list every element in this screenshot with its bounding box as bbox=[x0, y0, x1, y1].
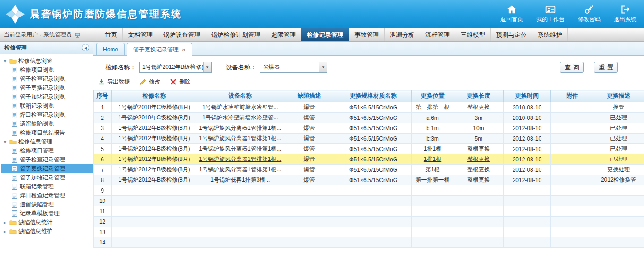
nav-item[interactable]: 事故管理 bbox=[349, 28, 385, 41]
column-header[interactable]: 序号 bbox=[94, 90, 112, 102]
nav-item[interactable]: 首页 bbox=[100, 28, 123, 41]
tree-folder[interactable]: ▸缺陷信息统计 bbox=[1, 218, 93, 227]
table-row-empty[interactable]: 9 bbox=[94, 185, 644, 196]
column-header[interactable]: 更换时间 bbox=[503, 90, 550, 102]
header-action-label: 我的工作台 bbox=[536, 16, 565, 24]
nav-item[interactable]: 锅炉检修计划管理 bbox=[206, 28, 266, 41]
column-header[interactable]: 更换规格材质名称 bbox=[335, 90, 412, 102]
nav-item[interactable]: 泄漏分析 bbox=[385, 28, 420, 41]
tree-item[interactable]: 遗留缺陷浏览 bbox=[1, 119, 93, 128]
tree-item[interactable]: 检修项目总结报告 bbox=[1, 128, 93, 137]
tree-folder[interactable]: ▾检修信息管理 bbox=[1, 137, 93, 146]
column-header[interactable]: 附件 bbox=[551, 90, 593, 102]
tree-item[interactable]: 遗留缺陷管理 bbox=[1, 200, 93, 209]
nav-item[interactable]: 预测与定位 bbox=[491, 28, 532, 41]
table-row-empty[interactable]: 12 bbox=[94, 217, 644, 227]
tree-folder[interactable]: ▾检修信息浏览 bbox=[1, 57, 93, 66]
table-row-empty[interactable]: 14 bbox=[94, 237, 644, 248]
tree-item[interactable]: 管子检查记录浏览 bbox=[1, 75, 93, 84]
column-header[interactable]: 更换长度 bbox=[454, 90, 503, 102]
tree-item[interactable]: 检修项目浏览 bbox=[1, 66, 93, 75]
tree-item[interactable]: 管子检查记录管理 bbox=[1, 155, 93, 164]
collapse-arrow-icon[interactable]: ▾ bbox=[2, 139, 8, 144]
nav-item[interactable]: 检修记录管理 bbox=[301, 28, 349, 41]
expand-arrow-icon[interactable]: ▸ bbox=[2, 229, 8, 234]
nav-item[interactable]: 流程管理 bbox=[420, 28, 455, 41]
tree-item[interactable]: 焊口检查记录管理 bbox=[1, 191, 93, 200]
table-row-empty[interactable]: 11 bbox=[94, 206, 644, 217]
nav-item[interactable]: 文档管理 bbox=[123, 28, 158, 41]
tree-item[interactable]: 管子加堵记录浏览 bbox=[1, 92, 93, 101]
cell-attachment bbox=[551, 123, 593, 134]
nav-item[interactable]: 超限管理 bbox=[266, 28, 301, 41]
table-row[interactable]: 41号锅炉2012年B级检修(8月)1号锅炉旋风分离器1管排第1根...爆管Φ5… bbox=[94, 134, 644, 144]
export-data-button[interactable]: 导出数据 bbox=[98, 78, 130, 86]
expand-arrow-icon[interactable]: ▸ bbox=[2, 220, 8, 225]
query-button[interactable]: 查询 bbox=[560, 62, 584, 73]
cell-empty bbox=[411, 206, 454, 217]
tree-item[interactable]: 联箱记录管理 bbox=[1, 182, 93, 191]
column-header[interactable]: 设备名称 bbox=[197, 90, 283, 102]
tree-item-label: 遗留缺陷管理 bbox=[20, 201, 54, 209]
delete-button[interactable]: 删除 bbox=[170, 78, 190, 86]
column-header[interactable]: 更换位置 bbox=[411, 90, 454, 102]
collapse-arrow-icon[interactable]: ▾ bbox=[2, 59, 8, 64]
table-row[interactable]: 81号锅炉2012年B级检修(8月)1号锅炉低再1排第3根...爆管Φ51×6.… bbox=[94, 175, 644, 185]
header-action-logout[interactable]: 退出系统 bbox=[614, 4, 636, 24]
cell-repair_name: 1号锅炉2012年B级检修(8月) bbox=[112, 175, 197, 185]
cell-device_name: 1号锅炉旋风分离器1管排第1根... bbox=[197, 144, 283, 154]
cell-defect: 爆管 bbox=[283, 102, 335, 113]
cell-seq: 14 bbox=[94, 237, 112, 248]
column-header[interactable]: 检修名称 bbox=[112, 90, 197, 102]
tree-folder-label: 检修信息管理 bbox=[18, 138, 52, 146]
document-icon bbox=[11, 111, 18, 118]
cell-empty bbox=[411, 185, 454, 196]
table-row[interactable]: 51号锅炉2012年B级检修(8月)1号锅炉旋风分离器1管排第1根...爆管Φ5… bbox=[94, 144, 644, 154]
table-row[interactable]: 11号锅炉2010年C级检修(8月)1号锅炉水冷壁前墙水冷壁管...爆管Φ51×… bbox=[94, 102, 644, 113]
cell-desc: 已处理 bbox=[593, 134, 644, 144]
edit-button[interactable]: 修改 bbox=[139, 78, 160, 86]
header-action-workbench[interactable]: 我的工作台 bbox=[536, 4, 565, 24]
column-header[interactable]: 缺陷描述 bbox=[283, 90, 335, 102]
home-icon bbox=[507, 4, 517, 15]
tab-home[interactable]: Home bbox=[96, 43, 125, 55]
column-header[interactable]: 更换描述 bbox=[593, 90, 644, 102]
nav-item[interactable]: 锅炉设备管理 bbox=[158, 28, 206, 41]
table-row[interactable]: 61号锅炉2012年B级检修(8月)1号锅炉旋风分离器1管排第1根...爆管Φ5… bbox=[94, 154, 644, 165]
tree-folder[interactable]: ▸缺陷信息维护 bbox=[1, 227, 93, 236]
tree-item[interactable]: 管子更换记录管理 bbox=[1, 164, 93, 173]
device-name-select[interactable]: 省煤器 ▼ bbox=[260, 62, 327, 73]
header-action-home[interactable]: 返回首页 bbox=[500, 4, 523, 24]
table-row-empty[interactable]: 10 bbox=[94, 196, 644, 206]
nav-item[interactable]: 三维模型 bbox=[455, 28, 491, 41]
cell-empty bbox=[335, 217, 412, 227]
nav-item[interactable]: 系统维护 bbox=[532, 28, 568, 41]
repair-name-select[interactable]: 1号锅炉2012年B级检修(8月) ▼ bbox=[139, 62, 212, 73]
table-row[interactable]: 31号锅炉2012年B级检修(8月)1号锅炉旋风分离器1管排第1根...爆管Φ5… bbox=[94, 123, 644, 134]
reset-button[interactable]: 重置 bbox=[594, 62, 618, 73]
cell-time: 2012-08-10 bbox=[503, 154, 550, 165]
tree-item[interactable]: 联箱记录浏览 bbox=[1, 101, 93, 110]
sidebar-collapse-button[interactable]: ◀ bbox=[82, 44, 89, 51]
tab-pipe-replace-records[interactable]: 管子更换记录管理× bbox=[127, 43, 192, 56]
table-row[interactable]: 71号锅炉2012年B级检修(8月)1号锅炉旋风分离器1管排第1根...爆管Φ5… bbox=[94, 165, 644, 175]
document-icon bbox=[11, 147, 18, 154]
logout-icon bbox=[620, 4, 630, 15]
tree-item[interactable]: 记录单模板管理 bbox=[1, 209, 93, 218]
cell-empty bbox=[454, 237, 503, 248]
tree-item[interactable]: 管子加堵记录管理 bbox=[1, 173, 93, 182]
tree-item[interactable]: 焊口检查记录浏览 bbox=[1, 110, 93, 119]
cell-seq: 4 bbox=[94, 134, 112, 144]
cell-length: 整根更换 bbox=[454, 144, 503, 154]
header-action-label: 退出系统 bbox=[614, 16, 636, 24]
cell-desc: 已处理 bbox=[593, 113, 644, 123]
tab-close-icon[interactable]: × bbox=[182, 47, 186, 53]
table-row[interactable]: 21号锅炉2010年C级检修(8月)1号锅炉水冷壁前墙水冷壁管...爆管Φ51×… bbox=[94, 113, 644, 123]
header-action-key[interactable]: 修改密码 bbox=[578, 4, 601, 24]
tree-item[interactable]: 管子更换记录浏览 bbox=[1, 84, 93, 92]
cell-repair_name: 1号锅炉2010年C级检修(8月) bbox=[112, 113, 197, 123]
edit-pencil-icon bbox=[139, 78, 146, 85]
tree-item[interactable]: 检修项目管理 bbox=[1, 146, 93, 155]
cell-empty bbox=[197, 227, 283, 237]
table-row-empty[interactable]: 13 bbox=[94, 227, 644, 237]
